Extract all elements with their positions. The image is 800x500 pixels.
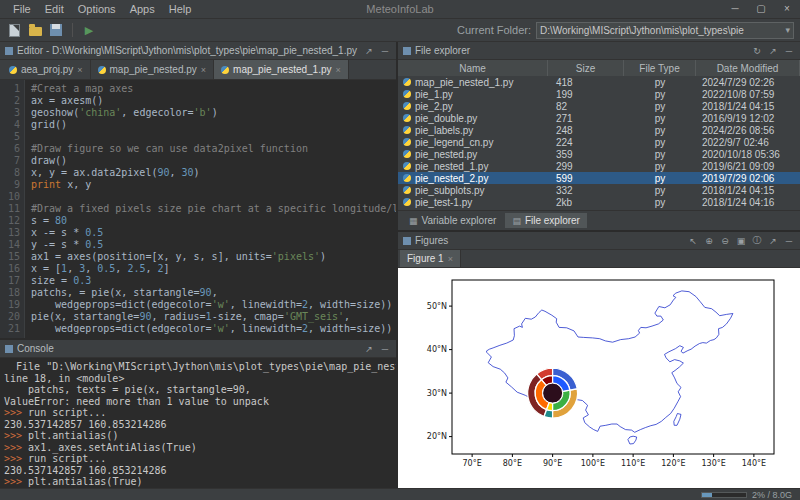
editor-header: Editor - D:\Working\MIScript\Jython\mis\… — [0, 42, 396, 60]
table-row[interactable]: pie_legend_cn.py224py2022/9/7 02:46 — [398, 136, 800, 148]
save-button[interactable] — [48, 22, 64, 38]
code-editor[interactable]: 123456789101112131415161718192021 #Creat… — [0, 80, 396, 338]
console-output[interactable]: File "D:\Working\MIScript\Jython\mis\plo… — [0, 358, 396, 488]
table-row[interactable]: pie_1.py199py2022/10/8 07:59 — [398, 88, 800, 100]
tab-close-icon[interactable]: × — [336, 65, 341, 75]
file-name-text: pie_subplots.py — [415, 185, 485, 196]
tab-close-icon[interactable]: × — [201, 65, 206, 75]
table-row[interactable]: pie_labels.py248py2024/2/26 08:56 — [398, 124, 800, 136]
file-type-cell: py — [624, 125, 696, 136]
tab-file-explorer[interactable]: ▤File explorer — [505, 213, 587, 228]
editor-tab-label: aea_proj.py — [21, 64, 73, 75]
figure-canvas[interactable]: 70°E80°E90°E100°E110°E120°E130°E140°E20°… — [398, 268, 800, 488]
chevron-down-icon[interactable]: ▾ — [785, 25, 790, 35]
figure-canvas-area[interactable]: 70°E80°E90°E100°E110°E120°E130°E140°E20°… — [398, 268, 800, 488]
code-token: wedgeprops=dict(edgecolor= — [31, 299, 212, 310]
menu-edit[interactable]: Edit — [38, 2, 71, 16]
python-file-icon — [403, 186, 411, 194]
zoom-out-icon[interactable]: ⊖ — [719, 236, 731, 246]
line-number: 12 — [0, 215, 20, 227]
editor-float-icon[interactable]: ↗ — [363, 46, 375, 56]
file-table-header: NameSizeFile TypeDate Modified — [398, 60, 800, 76]
editor-minimize-icon[interactable]: ─ — [379, 46, 391, 56]
menu-bar-items: FileEditOptionsAppsHelp — [6, 2, 198, 16]
table-row[interactable]: pie_subplots.py332py2018/1/24 04:15 — [398, 184, 800, 196]
pointer-tool-icon[interactable]: ↖ — [687, 236, 699, 246]
tab-figure-1[interactable]: Figure 1 × — [400, 250, 461, 267]
code-token: 'pixels' — [272, 251, 320, 262]
china-outline-taiwan — [674, 414, 681, 426]
line-number: 4 — [0, 119, 20, 131]
zoom-in-icon[interactable]: ⊕ — [703, 236, 715, 246]
table-row[interactable]: pie_nested_1.py299py2019/6/21 09:09 — [398, 160, 800, 172]
file-date-cell: 2018/1/24 04:15 — [696, 101, 800, 112]
toolbar-separator — [72, 23, 73, 37]
menu-file[interactable]: File — [6, 2, 38, 16]
table-row[interactable]: pie_nested.py359py2020/10/18 05:36 — [398, 148, 800, 160]
console-text: File "D:\Working\MIScript\Jython\mis\plo… — [4, 361, 396, 372]
editor-tab-label: map_pie_nested_1.py — [233, 64, 331, 75]
file-explorer-float-icon[interactable]: ↗ — [767, 46, 779, 56]
x-tick-label: 110°E — [621, 459, 645, 468]
code-token: y -= s * — [31, 239, 85, 250]
x-tick-label: 70°E — [463, 459, 482, 468]
table-row[interactable]: map_pie_nested_1.py418py2024/7/29 02:26 — [398, 76, 800, 88]
close-icon[interactable]: × — [774, 0, 800, 18]
menu-options[interactable]: Options — [71, 2, 123, 16]
column-header-file-type[interactable]: File Type — [624, 60, 696, 76]
file-size-cell: 332 — [548, 185, 624, 196]
figure-tab-close-icon[interactable]: × — [448, 254, 453, 264]
table-row[interactable]: pie_nested_2.py599py2019/7/29 02:06 — [398, 172, 800, 184]
console-line: >>> ax1._axes.setAntiAlias(True) — [4, 442, 392, 454]
menu-apps[interactable]: Apps — [123, 2, 162, 16]
console-minimize-icon[interactable]: ─ — [379, 344, 391, 354]
file-date-cell: 2022/10/8 07:59 — [696, 89, 800, 100]
code-token: 80 — [55, 215, 67, 226]
console-float-icon[interactable]: ↗ — [363, 344, 375, 354]
open-file-button[interactable] — [27, 22, 43, 38]
tab-map_pie_nested_1-py[interactable]: map_pie_nested_1.py× — [214, 60, 349, 79]
editor-header-title: Editor - D:\Working\MIScript\Jython\mis\… — [17, 45, 359, 56]
python-file-icon — [403, 126, 411, 134]
console-prompt: >>> — [4, 442, 28, 453]
current-folder-combo[interactable]: D:\Working\MIScript\Jython\mis\plot_type… — [536, 22, 794, 39]
minimize-icon[interactable]: ─ — [722, 0, 748, 18]
figures-float-icon[interactable]: ↗ — [767, 236, 779, 246]
folder-icon: ▤ — [512, 216, 521, 226]
full-extent-icon[interactable]: ▣ — [735, 236, 747, 246]
table-row[interactable]: pie_2.py82py2018/1/24 04:15 — [398, 100, 800, 112]
tab-map_pie_nested-py[interactable]: map_pie_nested.py× — [91, 60, 215, 79]
code-line: geoshow('china', edgecolor='b') — [31, 107, 396, 119]
code-token: ) — [320, 251, 326, 262]
main-toolbar: ▶ Current Folder: D:\Working\MIScript\Jy… — [0, 19, 800, 42]
china-outline-hainan — [628, 436, 637, 444]
run-script-button[interactable]: ▶ — [81, 22, 97, 38]
file-type-cell: py — [624, 161, 696, 172]
column-header-size[interactable]: Size — [548, 60, 624, 76]
menu-help[interactable]: Help — [162, 2, 199, 16]
new-file-button[interactable] — [6, 22, 22, 38]
figures-minimize-icon[interactable]: ─ — [783, 236, 795, 246]
maximize-icon[interactable]: ▢ — [748, 0, 774, 18]
tab-variable-explorer[interactable]: ▦Variable explorer — [402, 213, 503, 228]
table-row[interactable]: pie_double.py271py2016/9/19 12:02 — [398, 112, 800, 124]
column-header-name[interactable]: Name — [398, 60, 548, 76]
figures-title: Figures — [415, 235, 683, 246]
refresh-icon[interactable]: ↻ — [751, 46, 763, 56]
code-line: print x, y — [31, 179, 396, 191]
file-explorer-minimize-icon[interactable]: ─ — [783, 46, 795, 56]
current-folder-value: D:\Working\MIScript\Jython\mis\plot_type… — [540, 25, 785, 36]
console-text: run script... — [28, 453, 106, 464]
file-type-cell: py — [624, 173, 696, 184]
editor-code[interactable]: #Creat a map axesax = axesm()geoshow('ch… — [25, 80, 396, 338]
console-text: 230.537142857 160.853214286 — [4, 465, 167, 476]
table-row[interactable]: pie_test-1.py2kbpy2018/1/24 04:16 — [398, 196, 800, 208]
code-token: , — [145, 263, 157, 274]
tab-close-icon[interactable]: × — [77, 65, 82, 75]
x-tick-label: 100°E — [581, 459, 605, 468]
x-tick-label: 130°E — [701, 459, 725, 468]
tab-aea_proj-py[interactable]: aea_proj.py× — [2, 60, 91, 79]
code-token: , — [212, 287, 218, 298]
column-header-date-modified[interactable]: Date Modified — [696, 60, 800, 76]
identify-icon[interactable]: ⓘ — [751, 234, 763, 247]
